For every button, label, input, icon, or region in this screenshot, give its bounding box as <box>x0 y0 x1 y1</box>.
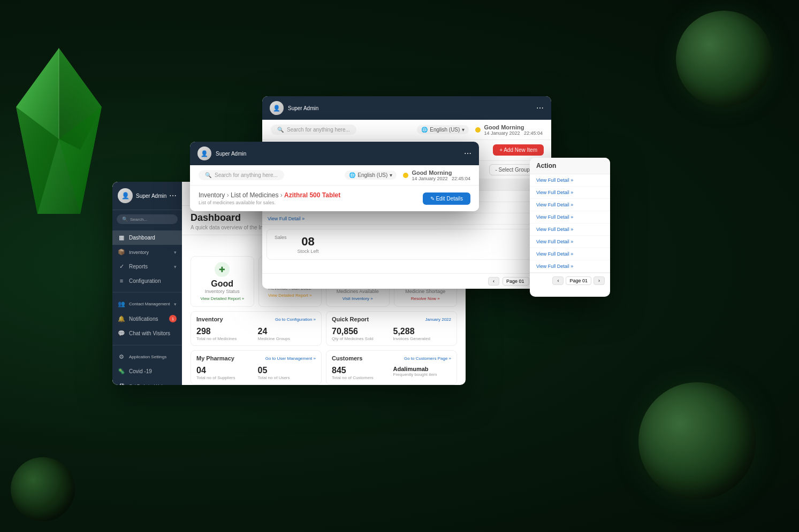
window-action-panel: Action View Full Detail » View Full Deta… <box>530 158 610 297</box>
windows-container: 👤 Super Admin ⋯ 🔍 Search... ▦ Dashboard … <box>0 0 799 532</box>
reports-icon: ✓ <box>118 263 125 270</box>
add-item-btn[interactable]: + Add New Item <box>493 144 544 156</box>
ph-value-0: 04 <box>196 366 255 375</box>
customers-card-link[interactable]: Go to Customers Page » <box>404 356 451 361</box>
action-item-3[interactable]: View Full Detail » <box>530 211 610 223</box>
inv-val-0: 298 Total no of Medicines <box>196 327 255 341</box>
list-lang-selector[interactable]: 🌐 English (US) ▾ <box>417 125 469 134</box>
chevron-down-icon: ▾ <box>174 302 177 307</box>
search-icon: 🔍 <box>122 217 128 222</box>
inventory-card-header: Inventory Go to Configuration » <box>196 316 316 322</box>
greeting-text: Good Morning <box>412 169 470 176</box>
stock-info: Sales 08 Stock Left <box>275 235 539 254</box>
cu-val-1: Adalimumab Frequently bought item <box>393 366 452 380</box>
pharmacy-card-header: My Pharmacy Go to User Management » <box>196 355 316 361</box>
customers-card-title: Customers <box>332 355 362 361</box>
crumb-sep1: › <box>227 191 231 199</box>
action-next-btn[interactable]: › <box>593 276 605 285</box>
stat-value-0: Good <box>196 279 248 289</box>
view-full-detail-2[interactable]: View Full Detail » <box>268 216 305 221</box>
action-panel-header: Action <box>530 158 610 174</box>
action-item-1[interactable]: View Full Detail » <box>530 187 610 199</box>
sidebar-item-help[interactable]: 🛠 Get Technical Help <box>112 379 182 385</box>
sidebar-item-config[interactable]: ≡ Configuration <box>112 274 182 288</box>
date: 14 January 2022 <box>484 130 520 136</box>
detail-subtitle: List of medicines available for sales. <box>199 200 340 205</box>
inv-crumb: Inventory <box>199 191 225 199</box>
chevron-down-icon: ▾ <box>462 127 465 133</box>
detail-search-topbar: 🔍 Search for anything here... 🌐 English … <box>190 165 479 186</box>
sidebar-item-chat[interactable]: 💬 Chat with Visitors <box>112 326 182 341</box>
sidebar-item-notifications[interactable]: 🔔 Notifications 1 <box>112 311 182 326</box>
sales-label: Sales <box>275 235 287 240</box>
quick-report-card-title: Quick Report <box>332 316 369 322</box>
detail-search-bar[interactable]: 🔍 Search for anything here... <box>199 170 284 180</box>
sidebar-item-app-settings[interactable]: ⚙ Application Settings <box>112 350 182 364</box>
bell-icon: 🔔 <box>118 315 125 322</box>
action-item-6[interactable]: View Full Detail » <box>530 248 610 260</box>
quick-report-period[interactable]: January 2022 <box>425 317 451 322</box>
stock-left-info: 08 Stock Left <box>298 235 319 254</box>
qr-value-1: 5,288 <box>393 327 452 336</box>
stat-link-3[interactable]: Resolve Now » <box>400 296 452 301</box>
detail-content-row: Inventory › List of Medicines › Azithral… <box>190 186 479 211</box>
list-topbar-right: 🌐 English (US) ▾ Good Morning 14 January… <box>417 124 543 136</box>
search-icon: 🔍 <box>205 172 211 178</box>
stat-link-0[interactable]: View Detailed Report » <box>196 296 248 301</box>
action-item-2[interactable]: View Full Detail » <box>530 199 610 211</box>
config-icon: ≡ <box>118 277 125 284</box>
action-prev-btn[interactable]: ‹ <box>552 276 564 285</box>
sidebar-item-label: Dashboard <box>129 235 155 241</box>
action-item-0[interactable]: View Full Detail » <box>530 174 610 187</box>
list-avatar: 👤 <box>270 101 284 115</box>
sidebar-item-inventory[interactable]: 📦 Inventory ▾ <box>112 245 182 259</box>
list-search-bar[interactable]: 🔍 Search for anything here... <box>271 125 356 135</box>
inv-label-1: Medicine Groups <box>258 336 316 341</box>
stock-left-label: Stock Left <box>298 249 319 254</box>
sidebar-item-label: Configuration <box>129 278 161 284</box>
list-topbar-more-btn[interactable]: ⋯ <box>536 104 544 112</box>
inv-label-0: Total no of Medicines <box>196 336 255 341</box>
qr-label-0: Qty of Medicines Sold <box>332 336 390 341</box>
detail-topbar-more-btn[interactable]: ⋯ <box>464 149 471 158</box>
dashboard-icon: ▦ <box>118 234 125 241</box>
sidebar-item-label: Chat with Visitors <box>129 330 170 336</box>
list-search-topbar: 🔍 Search for anything here... 🌐 English … <box>262 120 551 140</box>
sidebar-header: 👤 Super Admin ⋯ <box>112 182 182 210</box>
customers-card-header: Customers Go to Customers Page » <box>332 355 451 361</box>
sidebar-search[interactable]: 🔍 Search... <box>117 214 178 224</box>
action-item-7[interactable]: View Full Detail » <box>530 260 610 273</box>
stat-link-1[interactable]: View Detailed Report » <box>264 293 316 298</box>
inventory-icon: 📦 <box>118 249 125 256</box>
sidebar-item-covid[interactable]: 🦠 Covid -19 <box>112 364 182 379</box>
inv-value-0: 298 <box>196 327 255 336</box>
inventory-card-link[interactable]: Go to Configuration » <box>275 317 316 322</box>
inv-val-1: 24 Medicine Groups <box>258 327 316 341</box>
chevron-down-icon: ▾ <box>174 264 177 269</box>
prev-page-btn[interactable]: ‹ <box>488 277 499 286</box>
crumb-sep2: › <box>280 191 284 199</box>
qr-label-1: Invoices Generated <box>393 336 452 341</box>
sidebar-item-reports[interactable]: ✓ Reports ▾ <box>112 259 182 274</box>
detail-dark-topbar: 👤 Super Admin ⋯ <box>190 142 479 165</box>
sidebar-item-dashboard[interactable]: ▦ Dashboard <box>112 230 182 245</box>
stat-card-inventory-status: ✚ Good Inventory Status View Detailed Re… <box>191 256 254 307</box>
sidebar-item-contact[interactable]: 👥 Contact Management ▾ <box>112 297 182 311</box>
list-topbar-user-area: 👤 Super Admin <box>270 101 318 115</box>
page-number-input[interactable] <box>503 277 529 286</box>
detail-lang-selector[interactable]: 🌐 English (US) ▾ <box>345 171 397 180</box>
action-item-4[interactable]: View Full Detail » <box>530 223 610 236</box>
stat-link-2[interactable]: Visit Inventory » <box>332 296 384 301</box>
pharmacy-card: My Pharmacy Go to User Management » 04 T… <box>191 350 322 385</box>
sidebar-item-label: Contact Management <box>129 302 170 306</box>
list-dark-topbar: 👤 Super Admin ⋯ <box>262 96 551 120</box>
pagination: ‹ › <box>262 273 551 289</box>
pharmacy-card-link[interactable]: Go to User Management » <box>265 356 316 361</box>
table-row: View Full Detail » <box>262 213 551 225</box>
detail-greeting: Good Morning 14 January 2022 22:45:04 <box>403 169 470 181</box>
sidebar-nav: ▦ Dashboard 📦 Inventory ▾ ✓ Reports ▾ ≡ … <box>112 228 182 290</box>
edit-details-btn[interactable]: ✎ Edit Details <box>423 192 470 205</box>
action-item-5[interactable]: View Full Detail » <box>530 236 610 248</box>
list-topbar-username: Super Admin <box>288 105 318 111</box>
sidebar-more-btn[interactable]: ⋯ <box>169 191 177 200</box>
